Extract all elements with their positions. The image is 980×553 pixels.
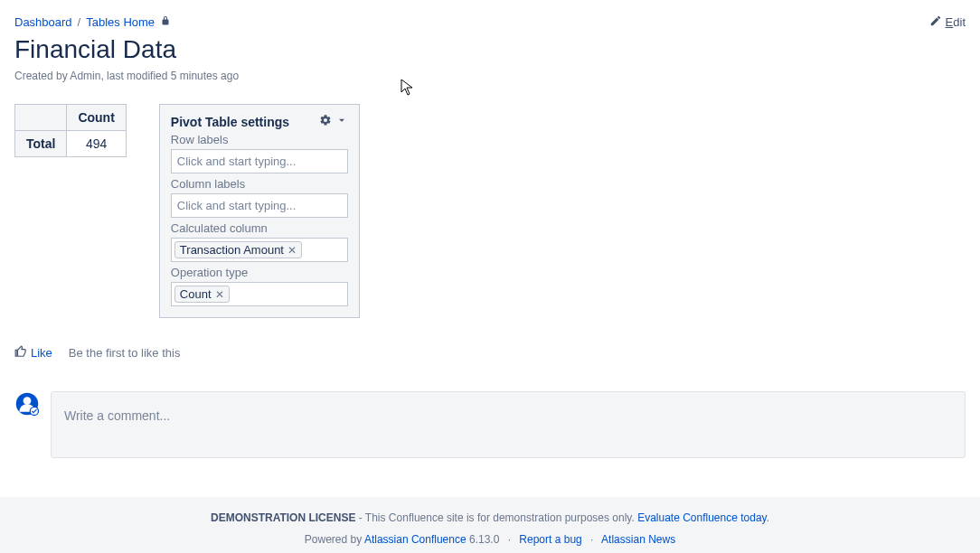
- cursor-icon: [400, 79, 415, 99]
- row-labels-label: Row labels: [171, 133, 348, 146]
- column-labels-label: Column labels: [171, 177, 348, 191]
- tag-count[interactable]: Count ✕: [174, 286, 230, 303]
- pencil-icon: [929, 14, 942, 30]
- gear-icon[interactable]: [319, 114, 332, 129]
- footer-version: 6.13.0: [466, 533, 500, 546]
- calculated-column-label: Calculated column: [171, 221, 348, 235]
- byline: Created by Admin, last modified 5 minute…: [0, 64, 980, 82]
- pivot-settings-title: Pivot Table settings: [171, 115, 289, 129]
- table-row: Count: [15, 105, 127, 131]
- thumbs-up-icon: [14, 345, 27, 361]
- tag-label: Transaction Amount: [180, 243, 284, 257]
- pivot-settings-panel: Pivot Table settings Row labels Column l…: [159, 104, 360, 318]
- footer-demo-bold: DEMONSTRATION LICENSE: [211, 511, 355, 524]
- breadcrumb: Dashboard / Tables Home: [14, 15, 171, 29]
- column-labels-input[interactable]: [171, 193, 348, 218]
- operation-type-input[interactable]: Count ✕: [171, 282, 348, 306]
- table-cell-value: 494: [67, 131, 126, 157]
- table-header-empty: [15, 105, 67, 131]
- tag-transaction-amount[interactable]: Transaction Amount ✕: [174, 241, 302, 258]
- table-header-count: Count: [67, 105, 126, 131]
- pivot-result-table: Count Total 494: [14, 104, 127, 157]
- row-labels-input[interactable]: [171, 149, 348, 173]
- atlassian-link[interactable]: Atlassian Confluence: [364, 533, 466, 546]
- footer-demo-rest: - This Confluence site is for demonstrat…: [355, 511, 637, 524]
- edit-label: Edit: [946, 15, 966, 29]
- report-bug-link[interactable]: Report a bug: [519, 533, 581, 546]
- tag-label: Count: [180, 287, 212, 301]
- breadcrumb-sep: /: [78, 15, 81, 29]
- like-label: Like: [31, 346, 52, 360]
- breadcrumb-dashboard[interactable]: Dashboard: [14, 15, 72, 29]
- edit-button[interactable]: Edit: [929, 14, 966, 30]
- lock-icon[interactable]: [160, 15, 171, 29]
- page-title: Financial Data: [0, 30, 980, 64]
- footer: DEMONSTRATION LICENSE - This Confluence …: [0, 497, 980, 553]
- news-link[interactable]: Atlassian News: [601, 533, 675, 546]
- like-hint: Be the first to like this: [69, 346, 181, 360]
- comment-input[interactable]: Write a comment...: [51, 391, 966, 458]
- svg-point-1: [24, 397, 32, 405]
- table-row: Total 494: [15, 131, 127, 157]
- operation-type-label: Operation type: [171, 266, 348, 279]
- close-icon[interactable]: ✕: [287, 245, 297, 256]
- breadcrumb-tables-home[interactable]: Tables Home: [86, 15, 155, 29]
- avatar: [14, 391, 40, 419]
- like-button[interactable]: Like: [14, 345, 52, 361]
- calculated-column-input[interactable]: Transaction Amount ✕: [171, 238, 348, 262]
- footer-powered: Powered by: [305, 533, 364, 546]
- close-icon[interactable]: ✕: [215, 289, 224, 300]
- chevron-down-icon[interactable]: [335, 114, 348, 129]
- table-row-total: Total: [15, 131, 67, 157]
- evaluate-link[interactable]: Evaluate Confluence today: [637, 511, 767, 524]
